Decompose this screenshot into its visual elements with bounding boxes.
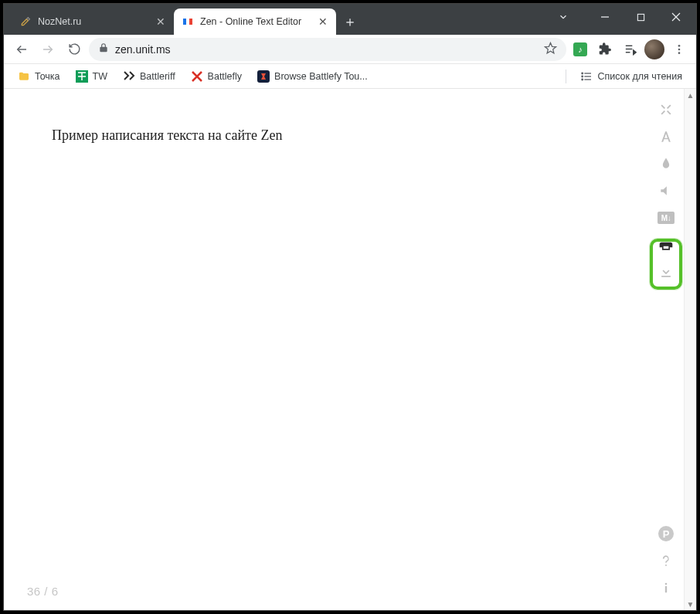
editor-area[interactable]: Пример написания текста на сайте Zen — [4, 89, 683, 610]
browser-tab-active[interactable]: Zen - Online Text Editor ✕ — [174, 8, 336, 35]
window-minimize-button[interactable] — [588, 5, 622, 29]
svg-point-23 — [582, 79, 583, 80]
markdown-button[interactable]: M↓ — [658, 209, 675, 226]
new-tab-button[interactable]: ＋ — [339, 11, 361, 32]
bookmark-label: Battlefly — [208, 71, 242, 82]
svg-point-28 — [665, 583, 668, 585]
theme-button[interactable] — [658, 155, 675, 172]
page-content: Пример написания текста на сайте Zen 36 … — [4, 89, 696, 610]
markdown-badge: M↓ — [658, 212, 675, 224]
svg-line-25 — [668, 105, 671, 108]
font-button[interactable] — [658, 128, 675, 145]
browser-toolbar: zen.unit.ms ♪ — [4, 35, 696, 64]
close-icon[interactable]: ✕ — [318, 16, 328, 27]
tab-search-button[interactable] — [546, 5, 580, 29]
bookmark-label: TW — [93, 71, 107, 82]
address-bar[interactable]: zen.unit.ms — [89, 38, 566, 61]
back-button[interactable] — [10, 38, 33, 61]
url-text: zen.unit.ms — [115, 43, 171, 56]
svg-rect-1 — [189, 19, 192, 25]
svg-line-26 — [661, 111, 664, 114]
tab-title: NozNet.ru — [38, 16, 149, 27]
fullscreen-button[interactable] — [658, 101, 675, 118]
bookmark-item[interactable]: Battlefly — [185, 67, 248, 86]
reading-list-button[interactable]: Список для чтения — [574, 67, 688, 86]
patreon-button[interactable]: P — [658, 525, 675, 542]
wrench-icon — [19, 15, 32, 28]
scroll-down-button[interactable]: ▼ — [685, 598, 696, 610]
svg-marker-8 — [545, 42, 556, 53]
svg-rect-29 — [665, 586, 667, 592]
download-button[interactable] — [658, 263, 675, 280]
extensions-button[interactable] — [594, 39, 616, 60]
bookmark-item[interactable]: TW — [70, 67, 114, 86]
char-count: 36 — [27, 585, 41, 598]
stats-counter: 36 / 6 — [27, 585, 59, 598]
separator — [566, 70, 566, 83]
svg-point-22 — [582, 76, 583, 77]
svg-line-24 — [661, 105, 664, 108]
svg-line-27 — [668, 111, 671, 114]
svg-point-15 — [678, 52, 681, 54]
avatar — [644, 39, 664, 59]
reading-list-icon — [580, 70, 593, 83]
side-toolbar-bottom: P — [658, 525, 675, 596]
battlefy-icon — [257, 70, 270, 83]
svg-point-13 — [678, 45, 681, 47]
editor-text: Пример написания текста на сайте Zen — [52, 127, 635, 144]
bookmark-item[interactable]: Точка — [12, 67, 66, 86]
battleriff-icon — [123, 70, 135, 83]
bookmark-label: Точка — [35, 71, 60, 82]
window-maximize-button[interactable] — [624, 5, 658, 29]
svg-rect-0 — [183, 19, 186, 25]
side-toolbar-top: M↓ — [658, 101, 675, 280]
bookmark-label: Battleriff — [140, 71, 175, 82]
forward-button[interactable] — [36, 38, 59, 61]
window-controls — [546, 4, 696, 35]
vertical-scrollbar[interactable]: ▲ ▼ — [684, 89, 696, 610]
battlefly-icon — [191, 70, 203, 83]
reading-list-label: Список для чтения — [597, 71, 682, 82]
folder-icon — [18, 70, 30, 83]
reload-button[interactable] — [63, 38, 86, 61]
lock-icon — [98, 42, 109, 56]
close-icon[interactable]: ✕ — [155, 16, 166, 27]
zen-favicon-icon — [182, 15, 194, 28]
bookmark-star-icon[interactable] — [544, 42, 557, 57]
music-extension-icon[interactable]: ♪ — [569, 39, 591, 60]
svg-rect-3 — [637, 14, 644, 20]
info-button[interactable] — [658, 579, 675, 596]
media-control-icon[interactable] — [619, 39, 641, 60]
browser-tab-inactive[interactable]: NozNet.ru ✕ — [12, 8, 174, 35]
print-button[interactable] — [658, 236, 675, 253]
profile-avatar[interactable] — [644, 39, 665, 60]
help-button[interactable] — [658, 552, 675, 569]
sound-button[interactable] — [658, 182, 675, 199]
menu-button[interactable] — [668, 39, 690, 60]
bookmark-item[interactable]: Browse Battlefy Tou... — [251, 67, 374, 86]
bookmark-label: Browse Battlefy Tou... — [274, 71, 368, 82]
window-close-button[interactable] — [659, 5, 693, 29]
svg-marker-12 — [633, 50, 636, 55]
svg-point-14 — [678, 48, 681, 50]
bookmark-item[interactable]: Battleriff — [117, 67, 182, 86]
svg-point-21 — [582, 73, 583, 74]
tw-icon — [76, 70, 88, 83]
bookmarks-bar: Точка TW Battleriff Battlefly Browse Bat… — [4, 64, 696, 89]
word-count: 6 — [52, 585, 59, 598]
tab-title: Zen - Online Text Editor — [200, 16, 311, 27]
scroll-up-button[interactable]: ▲ — [685, 89, 696, 101]
browser-tabstrip: NozNet.ru ✕ Zen - Online Text Editor ✕ ＋ — [4, 4, 696, 35]
